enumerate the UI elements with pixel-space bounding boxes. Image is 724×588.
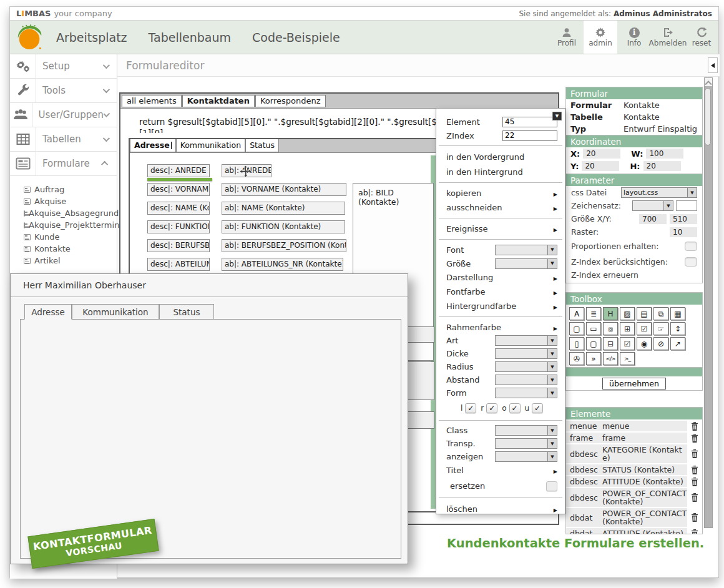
toolbox-group-icon[interactable]: ⧈ bbox=[603, 322, 618, 335]
element-id-input[interactable] bbox=[502, 117, 557, 127]
uebernehmen-button[interactable]: übernehmen bbox=[602, 378, 666, 390]
menu-item-hintergrund[interactable]: in den Hintergrund bbox=[436, 164, 565, 179]
sidebar-item-formulare[interactable]: Formulare bbox=[10, 152, 117, 176]
zeichensatz-dropdown[interactable] bbox=[632, 200, 673, 211]
tab-kontaktdaten[interactable]: Kontaktdaten bbox=[182, 95, 255, 107]
radius-dropdown[interactable] bbox=[495, 361, 557, 372]
sidebar-item-setup[interactable]: Setup bbox=[10, 54, 117, 79]
w-value[interactable]: 100 bbox=[646, 149, 683, 159]
menu-item-titel[interactable]: Titel bbox=[436, 463, 565, 478]
border-top-checkbox[interactable] bbox=[509, 403, 521, 413]
tab-all-elements[interactable]: all elements bbox=[122, 95, 182, 107]
element-row-kategorie[interactable]: dbdescKATEGORIE (Kontakte) bbox=[566, 444, 702, 463]
element-ab-funktion[interactable]: ab|: FUNKTION (Kontakte) bbox=[222, 220, 345, 233]
toolbox-radio-icon[interactable]: ◉ bbox=[637, 337, 652, 350]
trash-icon[interactable] bbox=[687, 476, 702, 487]
element-row-frame[interactable]: frameframe bbox=[566, 433, 702, 443]
dialog-tab-kommunikation[interactable]: Kommunikation bbox=[72, 304, 159, 320]
element-desc-abteilung[interactable]: desc|: ABTEILUN bbox=[147, 258, 210, 271]
form-list-item-artikel[interactable]: Artikel bbox=[24, 255, 117, 267]
element-desc-name[interactable]: desc|: NAME (Ko bbox=[147, 202, 210, 215]
toolbox-database-icon[interactable]: ≣ bbox=[586, 307, 601, 320]
element-desc-anrede[interactable]: desc|: ANREDE ( bbox=[147, 164, 210, 177]
element-row-power-of-contact-desc[interactable]: dbdescPOWER_OF_CONTACT (Kontakte) bbox=[566, 488, 702, 507]
element-desc-berufsbez[interactable]: desc|: BERUFSBE bbox=[147, 239, 210, 252]
profile-button[interactable]: Profil bbox=[550, 21, 584, 54]
nav-code-beispiele[interactable]: Code-Beispiele bbox=[252, 31, 340, 44]
tab-korrespondenz[interactable]: Korrespondenz bbox=[255, 95, 326, 107]
reset-button[interactable]: reset bbox=[685, 21, 718, 54]
h-value[interactable]: 20 bbox=[643, 161, 681, 171]
element-ab-berufsbez[interactable]: ab|: BERUFSBEZ_POSITION (Kont bbox=[222, 239, 346, 252]
size-dropdown[interactable] bbox=[495, 258, 557, 269]
font-dropdown[interactable] bbox=[495, 245, 557, 255]
toolbox-dropdown-icon[interactable]: ⊟ bbox=[603, 337, 618, 350]
toolbox-resize-icon[interactable]: ↕ bbox=[670, 322, 685, 335]
canvas-tab-status[interactable]: Status bbox=[245, 139, 279, 152]
toolbox-checkbox-icon[interactable]: ☑ bbox=[620, 337, 635, 350]
menu-item-rahmenfarbe[interactable]: Rahmenfarbe bbox=[436, 320, 565, 334]
transp-dropdown[interactable] bbox=[495, 438, 557, 449]
element-row-power-of-contact-dat[interactable]: dbdatPOWER_OF_CONTACT (Kontakte) bbox=[566, 508, 702, 527]
form-list-item-akquise-absagegrund[interactable]: Akquise_Absagegrund bbox=[24, 207, 117, 219]
trash-icon[interactable] bbox=[687, 444, 702, 463]
art-dropdown[interactable] bbox=[495, 335, 557, 346]
element-row-status[interactable]: dbdescSTATUS (Kontakte) bbox=[566, 464, 702, 475]
trash-icon[interactable] bbox=[687, 508, 702, 527]
scrollbar-thumb[interactable] bbox=[705, 88, 711, 145]
element-desc-vorname[interactable]: desc|: VORNAME bbox=[147, 183, 210, 196]
trash-icon[interactable] bbox=[687, 488, 702, 507]
toolbox-code-icon[interactable]: </> bbox=[603, 352, 618, 365]
menu-collapse-icon[interactable] bbox=[552, 112, 562, 120]
admin-button[interactable]: admin bbox=[584, 21, 617, 54]
form-list-item-kontakte[interactable]: Kontakte bbox=[24, 243, 117, 255]
menu-item-vordergrund[interactable]: in den Vordergrund bbox=[436, 149, 565, 164]
element-ab-vorname[interactable]: ab|: VORNAME (Kontakte) bbox=[222, 183, 346, 196]
x-value[interactable]: 20 bbox=[583, 149, 620, 159]
menu-item-ereignisse[interactable]: Ereignisse bbox=[436, 222, 565, 236]
info-button[interactable]: i Info bbox=[617, 21, 651, 54]
toolbox-chart-icon[interactable]: ↗ bbox=[670, 337, 685, 350]
raster-value[interactable]: 10 bbox=[670, 227, 697, 237]
toolbox-calendar-icon[interactable]: ▦ bbox=[670, 307, 685, 320]
menu-item-loeschen[interactable]: löschen bbox=[436, 501, 565, 514]
dialog-tab-status[interactable]: Status bbox=[159, 304, 214, 320]
dialog-tab-adresse[interactable]: Adresse bbox=[24, 304, 72, 320]
trash-icon[interactable] bbox=[687, 433, 702, 443]
element-row-menue[interactable]: menuemenue bbox=[566, 421, 702, 431]
border-left-checkbox[interactable] bbox=[465, 403, 476, 413]
dicke-dropdown[interactable] bbox=[495, 348, 557, 359]
toolbox-form-icon[interactable]: ▤ bbox=[637, 307, 652, 320]
proportionen-checkbox[interactable] bbox=[685, 242, 697, 251]
zindex-beruecksichtigen-checkbox[interactable] bbox=[685, 257, 697, 267]
element-desc-funktion[interactable]: desc|: FUNKTION bbox=[147, 220, 210, 233]
border-right-checkbox[interactable] bbox=[486, 403, 497, 413]
toolbox-headline-icon[interactable]: H bbox=[603, 307, 618, 320]
scroll-up-icon[interactable] bbox=[705, 78, 712, 86]
abstand-dropdown[interactable] bbox=[495, 375, 557, 385]
class-dropdown[interactable] bbox=[495, 425, 557, 436]
y-value[interactable]: 20 bbox=[582, 161, 619, 171]
groesse-x-value[interactable]: 700 bbox=[639, 214, 667, 224]
toolbox-hidden-icon[interactable]: ⊘ bbox=[653, 337, 668, 350]
zindex-erneuern-link[interactable]: Z-Index erneuern bbox=[566, 270, 702, 283]
toolbox-mobile-icon[interactable]: ▯ bbox=[569, 337, 584, 350]
toolbox-paperclip-icon[interactable]: ✇ bbox=[569, 352, 584, 365]
form-list-item-kunde[interactable]: Kunde bbox=[24, 231, 117, 243]
toolbox-skip-icon[interactable]: » bbox=[586, 352, 601, 365]
sidebar-item-tools[interactable]: Tools bbox=[10, 79, 117, 103]
toolbox-hand-icon[interactable]: ☞ bbox=[653, 322, 668, 335]
toolbox-rectangle-icon[interactable]: ▢ bbox=[586, 337, 601, 350]
menu-item-ausschneiden[interactable]: ausschneiden bbox=[436, 200, 565, 215]
collapse-panel-button[interactable] bbox=[708, 57, 718, 73]
sidebar-item-user-gruppen[interactable]: User/Gruppen bbox=[10, 103, 117, 127]
toolbox-group-select-icon[interactable]: ⧉ bbox=[653, 307, 668, 320]
toolbox-image-icon[interactable]: ▨ bbox=[620, 307, 635, 320]
nav-arbeitsplatz[interactable]: Arbeitsplatz bbox=[56, 31, 127, 44]
toolbox-frame-icon[interactable]: ▢ bbox=[569, 322, 584, 335]
nav-tabellenbaum[interactable]: Tabellenbaum bbox=[149, 31, 231, 44]
form-list-item-auftrag[interactable]: Auftrag bbox=[24, 184, 117, 195]
toolbox-text-icon[interactable]: A bbox=[569, 307, 584, 320]
menu-item-fontfarbe[interactable]: Fontfarbe bbox=[436, 285, 565, 299]
canvas-tab-adresse[interactable]: Adresse bbox=[130, 139, 176, 152]
